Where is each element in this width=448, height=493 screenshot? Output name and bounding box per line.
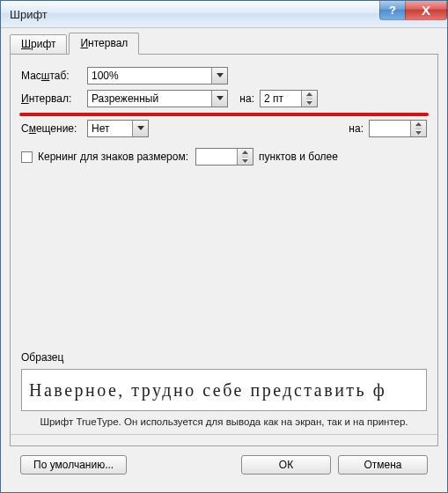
row-position: Смещение: Нет на: (21, 120, 427, 137)
svg-marker-1 (217, 96, 224, 100)
svg-marker-2 (306, 92, 312, 96)
label-kerning: Кернинг для знаков размером: (38, 151, 188, 163)
label-scale: Масштаб: (21, 70, 87, 82)
dialog-body: Шрифт Интервал Масштаб: 100% (1, 28, 447, 492)
svg-marker-8 (242, 159, 248, 163)
row-spacing: Интервал: Разреженный на: (21, 90, 427, 107)
divider (11, 434, 437, 435)
spinner-buttons (301, 91, 317, 107)
row-kerning: Кернинг для знаков размером: пунктов и б… (21, 148, 427, 166)
label-spacing: Интервал: (21, 92, 87, 105)
row-scale: Масштаб: 100% (21, 67, 427, 85)
svg-marker-3 (306, 101, 312, 105)
tab-content-interval: Масштаб: 100% Интервал: Разреженный (10, 54, 438, 446)
label-position-by: на: (349, 122, 364, 135)
svg-marker-0 (217, 73, 224, 77)
titlebar: Шрифт ? X (1, 1, 447, 28)
ok-button[interactable]: ОК (241, 455, 331, 475)
input-spacing-by[interactable] (261, 91, 301, 107)
spinner-up-icon[interactable] (415, 121, 422, 129)
input-position-by[interactable] (370, 121, 410, 136)
sample-preview: Наверное, трудно себе представить ф (21, 369, 427, 411)
spinner-position-by[interactable] (369, 120, 427, 137)
font-dialog: Шрифт ? X Шрифт Интервал Масшта (0, 0, 448, 493)
spinner-kerning-size[interactable] (195, 148, 253, 166)
spinner-down-icon[interactable] (306, 99, 312, 107)
label-position: Смещение: (21, 122, 87, 135)
combo-scale-value: 100% (88, 70, 211, 82)
combo-spacing-value: Разреженный (88, 92, 211, 105)
tab-font[interactable]: Шрифт (10, 34, 67, 55)
svg-marker-7 (242, 151, 248, 154)
spinner-buttons (410, 121, 426, 136)
combo-position[interactable]: Нет (87, 120, 149, 137)
svg-marker-6 (415, 131, 422, 135)
spinner-buttons (237, 149, 253, 165)
tab-strip: Шрифт Интервал (10, 33, 438, 55)
annotation-red-underline (19, 113, 429, 116)
svg-marker-4 (137, 126, 144, 130)
help-button[interactable]: ? (379, 1, 406, 20)
spinner-down-icon[interactable] (242, 158, 248, 166)
label-sample: Образец (21, 351, 427, 364)
help-icon: ? (389, 4, 396, 17)
sample-text: Наверное, трудно себе представить ф (29, 380, 386, 401)
svg-marker-5 (415, 122, 422, 126)
default-button[interactable]: По умолчанию... (20, 455, 127, 475)
label-kerning-suffix: пунктов и более (259, 151, 338, 163)
chevron-down-icon (211, 68, 227, 84)
tab-interval[interactable]: Интервал (69, 33, 139, 55)
label-spacing-by: на: (228, 92, 254, 105)
chevron-down-icon (132, 121, 148, 136)
combo-position-value: Нет (88, 122, 132, 135)
cancel-button[interactable]: Отмена (338, 455, 428, 475)
spinner-up-icon[interactable] (306, 91, 312, 99)
window-title: Шрифт (10, 8, 48, 21)
spinner-down-icon[interactable] (415, 129, 422, 137)
input-kerning-size[interactable] (196, 149, 237, 165)
window-controls: ? X (380, 1, 447, 20)
sample-description: Шрифт TrueType. Он используется для выво… (21, 411, 427, 432)
close-icon: X (422, 3, 430, 18)
checkbox-kerning[interactable] (21, 151, 33, 163)
chevron-down-icon (211, 91, 227, 107)
spinner-spacing-by[interactable] (260, 90, 318, 107)
close-button[interactable]: X (405, 1, 447, 20)
combo-scale[interactable]: 100% (87, 67, 228, 85)
button-bar: По умолчанию... ОК Отмена (10, 446, 438, 483)
spinner-up-icon[interactable] (242, 149, 248, 158)
combo-spacing[interactable]: Разреженный (87, 90, 228, 107)
